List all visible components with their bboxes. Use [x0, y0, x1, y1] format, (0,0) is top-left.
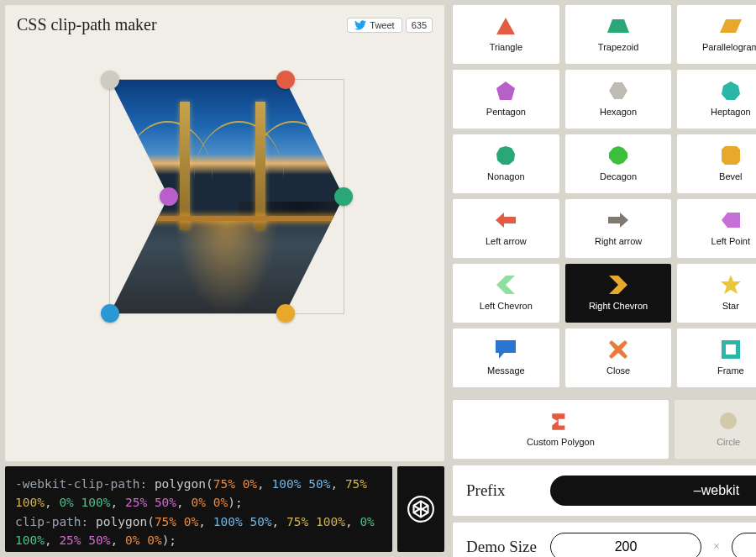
- svg-marker-22: [609, 340, 627, 359]
- shape-circle: Circle: [675, 400, 756, 459]
- svg-marker-10: [609, 146, 627, 165]
- shape-right-arrow[interactable]: Right arrow: [565, 199, 672, 258]
- svg-marker-6: [609, 82, 627, 99]
- frame-icon: [719, 338, 743, 361]
- svg-marker-13: [496, 213, 516, 228]
- codepen-button[interactable]: [397, 466, 444, 552]
- demo-width-input[interactable]: [550, 533, 701, 557]
- handle-5[interactable]: [160, 187, 178, 206]
- svg-point-24: [720, 412, 737, 429]
- shape-message[interactable]: Message: [453, 328, 559, 387]
- shape-nonagon[interactable]: Nonagon: [453, 134, 559, 193]
- page-title: CSS clip-path maker: [17, 15, 157, 34]
- shape-decagon-label: Decagon: [600, 171, 637, 181]
- shape-star[interactable]: Star: [677, 264, 756, 323]
- shape-nonagon-label: Nonagon: [487, 171, 525, 181]
- shape-pentagon[interactable]: Pentagon: [453, 70, 559, 129]
- shape-parallelogram[interactable]: Parallelogram: [677, 5, 756, 64]
- shape-triangle-label: Triangle: [490, 42, 522, 52]
- canvas-header: CSS clip-path maker Tweet 635: [17, 15, 433, 34]
- tweet-button[interactable]: Tweet: [347, 18, 402, 33]
- shape-hexagon-label: Hexagon: [600, 107, 637, 117]
- bevel-icon: [719, 144, 743, 167]
- hexagon-icon: [606, 79, 630, 102]
- svg-marker-18: [609, 276, 627, 294]
- svg-marker-17: [496, 276, 515, 294]
- demo-image: [110, 80, 344, 313]
- shape-left-point[interactable]: Left Point: [677, 199, 756, 258]
- shape-right-arrow-label: Right arrow: [595, 236, 642, 246]
- prefix-toggle[interactable]: –webkit: [550, 476, 756, 506]
- handle-2[interactable]: [334, 187, 353, 206]
- prefix-label: Prefix: [466, 481, 538, 500]
- handle-4[interactable]: [101, 304, 119, 323]
- shape-trapezoid[interactable]: Trapezoid: [565, 5, 672, 64]
- parallelogram-icon: [719, 14, 743, 38]
- handle-6[interactable]: [101, 71, 119, 89]
- shape-left-chevron[interactable]: Left Chevron: [453, 264, 559, 323]
- svg-marker-19: [721, 275, 741, 294]
- shape-triangle[interactable]: Triangle: [453, 5, 559, 64]
- shape-star-label: Star: [722, 301, 739, 311]
- shape-decagon[interactable]: Decagon: [565, 134, 672, 193]
- right-arrow-icon: [606, 208, 630, 232]
- heptagon-icon: [719, 79, 743, 102]
- tweet-count: 635: [406, 18, 433, 33]
- shape-frame-label: Frame: [717, 365, 744, 376]
- canvas-panel: CSS clip-path maker Tweet 635: [5, 5, 444, 461]
- svg-marker-11: [722, 146, 740, 165]
- svg-marker-21: [496, 340, 516, 359]
- shape-frame[interactable]: Frame: [677, 328, 756, 387]
- circle-icon: [717, 409, 740, 433]
- twitter-icon: [354, 20, 366, 30]
- triangle-icon: [494, 14, 517, 38]
- shape-hexagon[interactable]: Hexagon: [565, 70, 672, 129]
- left-chevron-icon: [494, 273, 517, 297]
- demo-size-label: Demo Size: [466, 538, 538, 556]
- svg-marker-7: [722, 81, 740, 100]
- app-root: CSS clip-path maker Tweet 635: [0, 0, 756, 557]
- custom-row: Custom Polygon Circle Ellipse: [453, 400, 756, 459]
- shape-parallelogram-label: Parallelogram: [702, 42, 756, 52]
- left-point-icon: [719, 208, 743, 232]
- shape-bevel[interactable]: Bevel: [677, 134, 756, 193]
- custom-polygon-icon: [549, 409, 572, 433]
- shape-close-label: Close: [606, 365, 630, 376]
- shape-message-label: Message: [487, 365, 525, 376]
- demo-height-input[interactable]: [732, 533, 756, 557]
- svg-marker-3: [720, 19, 742, 33]
- shape-custom-label: Custom Polygon: [527, 437, 595, 447]
- close-icon: [606, 338, 630, 361]
- svg-marker-14: [608, 213, 628, 228]
- code-output[interactable]: -webkit-clip-path: polygon(75% 0%, 100% …: [5, 466, 392, 552]
- svg-marker-1: [496, 18, 515, 34]
- message-icon: [494, 338, 517, 361]
- shape-left-arrow[interactable]: Left arrow: [453, 199, 559, 258]
- trapezoid-icon: [606, 14, 630, 38]
- shape-custom-polygon[interactable]: Custom Polygon: [453, 400, 669, 459]
- nonagon-icon: [494, 144, 517, 167]
- shape-right-chevron[interactable]: Right Chevron: [565, 264, 672, 323]
- tweet-widget: Tweet 635: [347, 18, 433, 33]
- shape-left-point-label: Left Point: [711, 236, 750, 246]
- shape-heptagon[interactable]: Heptagon: [677, 70, 756, 129]
- shape-close[interactable]: Close: [565, 328, 672, 387]
- demo-bounds: [109, 79, 344, 314]
- prefix-panel: Prefix –webkit: [453, 465, 756, 516]
- shape-trapezoid-label: Trapezoid: [598, 42, 639, 52]
- handle-1[interactable]: [276, 71, 295, 89]
- star-icon: [719, 273, 743, 297]
- pentagon-icon: [494, 79, 517, 102]
- shape-left-chevron-label: Left Chevron: [480, 301, 533, 311]
- code-row: -webkit-clip-path: polygon(75% 0%, 100% …: [5, 466, 444, 552]
- shape-left-arrow-label: Left arrow: [486, 236, 527, 246]
- handle-3[interactable]: [276, 304, 295, 323]
- left-column: CSS clip-path maker Tweet 635: [5, 5, 444, 552]
- size-separator: ×: [713, 540, 720, 554]
- shapes-grid: TriangleTrapezoidParallelogramRhombusPen…: [453, 5, 756, 387]
- clip-stage[interactable]: [17, 50, 433, 423]
- right-column: TriangleTrapezoidParallelogramRhombusPen…: [453, 5, 756, 552]
- shape-pentagon-label: Pentagon: [486, 107, 526, 117]
- svg-marker-9: [496, 146, 515, 165]
- shape-right-chevron-label: Right Chevron: [589, 301, 648, 311]
